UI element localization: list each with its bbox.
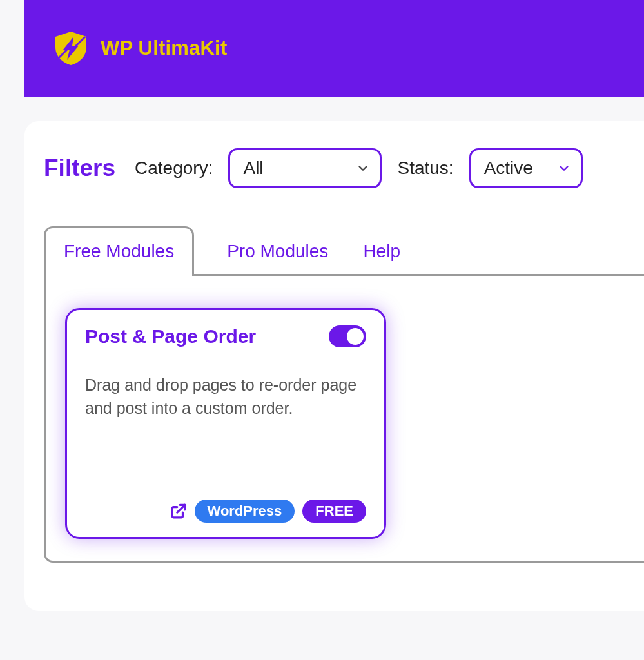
brand-name: WP UltimaKit: [101, 37, 227, 60]
module-card: Post & Page Order Drag and drop pages to…: [65, 308, 386, 539]
module-badge-category: WordPress: [195, 500, 295, 523]
tabs-bar: Free Modules Pro Modules Help: [44, 224, 644, 274]
tab-label: Free Modules: [64, 241, 174, 261]
tab-content: Post & Page Order Drag and drop pages to…: [44, 274, 644, 563]
tab-label: Pro Modules: [227, 241, 328, 261]
toggle-knob: [347, 328, 364, 345]
brand-logo: WP UltimaKit: [53, 30, 227, 66]
tab-free-modules[interactable]: Free Modules: [44, 226, 194, 276]
tabs-container: Free Modules Pro Modules Help Post & Pag…: [44, 224, 644, 563]
category-select-value: All: [243, 158, 263, 179]
module-enable-toggle[interactable]: [329, 325, 366, 347]
shield-bolt-icon: [53, 30, 89, 66]
category-select-wrap: All: [228, 148, 382, 188]
module-badge-tier: FREE: [302, 500, 366, 523]
status-label: Status:: [397, 158, 453, 179]
status-select-value: Active: [484, 158, 533, 179]
filters-row: Filters Category: All Status: Active: [44, 148, 644, 188]
module-title: Post & Page Order: [85, 325, 256, 347]
filters-title: Filters: [44, 155, 115, 182]
module-card-header: Post & Page Order: [85, 325, 366, 347]
tab-label: Help: [363, 241, 400, 261]
external-link-icon[interactable]: [170, 503, 187, 519]
status-select-wrap: Active: [469, 148, 583, 188]
tab-help[interactable]: Help: [361, 226, 402, 276]
category-select[interactable]: All: [228, 148, 382, 188]
status-select[interactable]: Active: [469, 148, 583, 188]
app-header: WP UltimaKit: [24, 0, 644, 97]
category-label: Category:: [135, 158, 213, 179]
module-card-footer: WordPress FREE: [85, 487, 366, 523]
tab-pro-modules[interactable]: Pro Modules: [225, 226, 330, 276]
main-panel: Filters Category: All Status: Active Fre…: [24, 121, 644, 611]
module-description: Drag and drop pages to re-order page and…: [85, 373, 366, 420]
